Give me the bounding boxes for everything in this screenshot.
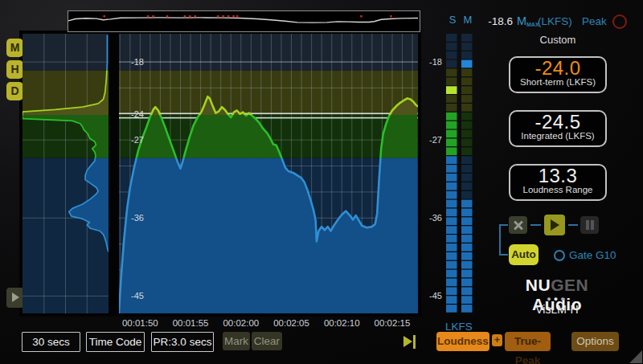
loudness-distribution-panel (23, 34, 109, 313)
reset-button[interactable] (509, 216, 527, 234)
window-length-button[interactable]: 30 secs (22, 332, 80, 352)
resize-grip[interactable] (629, 350, 642, 363)
svg-text:-45: -45 (429, 291, 442, 301)
loudness-range-label: Loudness Range (510, 185, 605, 194)
history-button[interactable]: H (6, 60, 23, 79)
svg-text:-18: -18 (429, 57, 442, 67)
time-tick-label: 00:02:05 (264, 318, 320, 328)
loudness-range-value: 13.3 (510, 166, 605, 186)
svg-text:-27: -27 (429, 135, 442, 145)
peak-indicator-lamp[interactable] (612, 14, 627, 29)
integrated-label: Integrated (LKFS) (510, 131, 605, 141)
gate-radio[interactable] (554, 250, 565, 261)
momentary-max-label: M (517, 14, 526, 27)
play-button[interactable] (544, 215, 565, 235)
svg-text:-18: -18 (131, 57, 144, 67)
preset-name[interactable]: Custom (509, 34, 607, 46)
play-icon (551, 219, 559, 231)
transport-connector (568, 224, 578, 226)
transport-connector (530, 224, 541, 226)
timecode-button[interactable]: Time Code (86, 332, 145, 352)
program-overview-strip[interactable] (68, 10, 420, 32)
pause-icon (591, 220, 594, 230)
svg-text:-36: -36 (429, 213, 442, 223)
short-term-readout[interactable]: -24.0 Short-term (LKFS) (509, 56, 607, 93)
transport-connector (499, 254, 508, 256)
vislm-plugin-window: M H D -18-24-27-36-45 -18-27-36-45 S M L… (0, 0, 643, 364)
overview-waveform (68, 11, 418, 30)
meter-s-label: S (447, 14, 458, 26)
sm-bar-meters: -18-27-36-45 (424, 34, 485, 313)
momentary-max-value: -18.6 (479, 15, 513, 27)
short-term-value: -24.0 (510, 58, 605, 79)
skip-to-end-button[interactable] (403, 335, 418, 349)
time-tick-label: 00:02:15 (364, 318, 420, 328)
skip-forward-icon (413, 335, 416, 349)
transport-connector (499, 224, 508, 226)
practical-range-button[interactable]: PR:3.0 secs (151, 332, 214, 352)
true-peak-mode-button[interactable]: True-Peak (505, 332, 551, 351)
integrated-value: -24.5 (510, 112, 605, 133)
meter-units-label: LKFS (439, 321, 479, 333)
time-tick-label: 00:02:00 (213, 318, 269, 328)
clear-button[interactable]: Clear (252, 332, 282, 350)
pause-button[interactable] (580, 216, 599, 234)
integrated-readout[interactable]: -24.5 Integrated (LKFS) (509, 110, 607, 147)
svg-text:-27: -27 (131, 135, 144, 145)
short-term-label: Short-term (LKFS) (510, 77, 605, 87)
options-button[interactable]: Options (571, 332, 619, 351)
add-view-button[interactable]: + (492, 334, 502, 346)
logo-dots: ●●● (505, 295, 609, 303)
auto-button[interactable]: Auto (509, 244, 539, 265)
loudness-range-readout[interactable]: 13.3 Loudness Range (509, 164, 607, 201)
meter-m-label: M (462, 14, 473, 26)
svg-text:-45: -45 (131, 291, 144, 301)
time-tick-label: 00:02:10 (313, 318, 370, 328)
transport-connector (499, 224, 501, 256)
distribution-button[interactable]: D (6, 82, 23, 100)
time-tick-label: 00:01:50 (112, 318, 168, 328)
svg-text:-24: -24 (131, 109, 144, 119)
gate-label: Gate G10 (569, 249, 616, 261)
history-play-button[interactable] (6, 288, 24, 308)
svg-text:-36: -36 (131, 213, 144, 223)
loudness-mode-button[interactable]: Loudness (436, 332, 489, 351)
loudness-history-graph[interactable]: -18-24-27-36-45 (119, 34, 418, 313)
momentary-max-units: (LKFS) (538, 15, 572, 27)
momentary-button[interactable]: M (6, 39, 23, 57)
peak-label: Peak (582, 15, 607, 27)
play-icon (12, 292, 19, 302)
pause-icon (586, 220, 589, 230)
time-tick-label: 00:01:55 (162, 318, 219, 328)
product-name: VisLM-H (505, 303, 609, 316)
skip-forward-icon (403, 336, 412, 347)
mark-button[interactable]: Mark (223, 332, 250, 350)
